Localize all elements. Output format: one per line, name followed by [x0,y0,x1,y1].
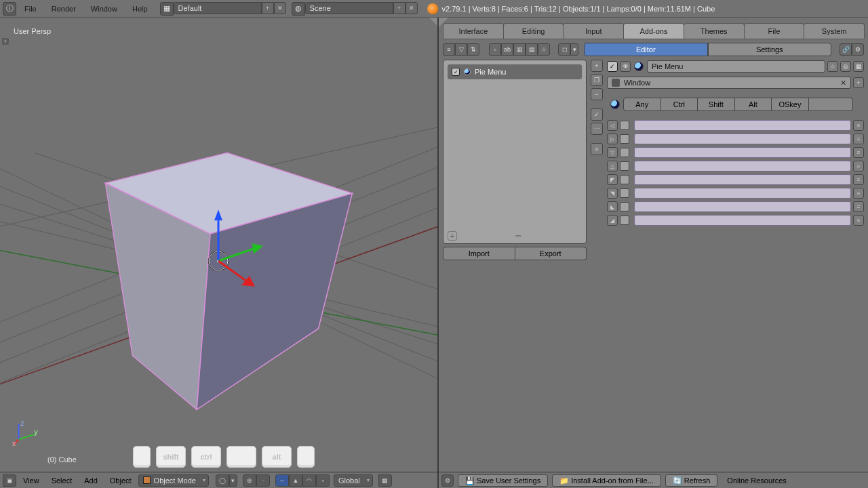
editor-type-icon[interactable]: ⚙ [441,474,454,487]
grip-icon[interactable]: ═ [457,232,582,240]
pivot-icon[interactable]: ⊕ [243,474,256,487]
vp-menu-add[interactable]: Add [79,475,103,486]
view-text-icon[interactable]: ab [501,43,513,56]
filter-icon[interactable]: ▽ [455,43,467,56]
view-grid-icon[interactable]: ▫ [489,43,501,56]
vp-menu-view[interactable]: View [18,475,45,486]
down-arrow-icon[interactable]: ▽ [607,147,618,158]
scene-field[interactable]: Scene [305,2,393,14]
screen-layout-field[interactable]: Default [174,2,262,14]
downleft-arrow-icon[interactable]: ◣ [607,201,618,212]
slot-type[interactable] [620,188,629,198]
link-icon[interactable]: 🔗 [840,43,852,56]
editor-type-icon[interactable]: ⓘ [3,2,16,16]
menu-icon[interactable]: ≡ [853,134,864,144]
online-resources-link[interactable]: Online Resources [722,475,791,486]
slot-field[interactable] [634,174,851,185]
tab-editing[interactable]: Editing [503,23,564,39]
vp-menu-object[interactable]: Object [104,475,137,486]
slot-field[interactable] [634,188,851,199]
add-button[interactable]: + [591,60,603,72]
slot-type[interactable] [620,161,629,171]
refresh-button[interactable]: 🔄Refresh [665,474,718,487]
orientation-select[interactable]: Global▾ [334,474,373,487]
menu-icon[interactable]: ≡ [853,174,864,185]
menu-icon[interactable]: ≡ [853,188,864,199]
grid-icon[interactable]: ▦ [853,61,864,72]
scene-browse-icon[interactable]: ◍ [292,2,305,16]
view-split-icon[interactable]: ▤ [526,43,538,56]
up-arrow-icon[interactable]: △ [607,161,618,171]
install-addon-button[interactable]: 📁Install Add-on from File... [552,474,661,487]
mode-select[interactable]: Object Mode▾ [138,474,209,487]
mod-empty[interactable] [809,98,853,111]
tab-input[interactable]: Input [563,23,624,39]
star-icon[interactable]: ☆ [827,61,838,72]
tab-addons[interactable]: Add-ons [623,23,684,39]
pie-menu-list[interactable]: ✓ Pie Menu + ═ [443,60,587,244]
slot-field[interactable] [634,161,851,171]
menu-icon[interactable]: ≡ [853,215,864,226]
scene-add-button[interactable]: + [393,2,406,14]
enabled-checkbox[interactable]: ✓ [607,61,618,72]
remove-button[interactable]: − [591,88,603,100]
clear-icon[interactable]: ✕ [840,79,846,87]
mode-editor[interactable]: Editor [584,43,708,56]
save-user-settings-button[interactable]: 💾Save User Settings [458,474,548,487]
editor-type-icon[interactable]: ▣ [3,474,16,487]
manipulator-rotate-icon[interactable]: ◠ [302,474,316,487]
tab-themes[interactable]: Themes [684,23,745,39]
export-button[interactable]: Export [515,247,587,260]
view-cols-icon[interactable]: ▥ [513,43,526,56]
upleft-arrow-icon[interactable]: ◤ [607,174,618,185]
tab-file[interactable]: File [744,23,805,39]
pivot-opt-icon[interactable]: · [256,474,270,487]
manipulator-toggle-icon[interactable]: ↔ [275,474,289,487]
manipulator-scale-icon[interactable]: ▫ [316,474,330,487]
menu-name-field[interactable]: Pie Menu [647,60,825,73]
star-icon[interactable]: ☆ [538,43,550,56]
import-button[interactable]: Import [443,247,515,260]
mod-alt[interactable]: Alt [735,98,772,111]
slot-type[interactable] [620,148,629,157]
mod-shift[interactable]: Shift [698,98,735,111]
screen-delete-button[interactable]: ✕ [274,2,286,14]
tab-interface[interactable]: Interface [443,23,504,39]
list-icon[interactable]: ≡ [443,43,455,56]
menu-render[interactable]: Render [45,2,83,16]
mod-ctrl[interactable]: Ctrl [661,98,698,111]
menu-icon[interactable]: ≡ [853,120,864,131]
mod-any[interactable]: Any [623,98,661,111]
slot-type[interactable] [620,175,629,184]
scene-delete-button[interactable]: ✕ [406,2,418,14]
opt-dd-icon[interactable]: ▾ [570,43,578,56]
slot-type[interactable] [620,121,629,130]
upright-arrow-icon[interactable]: ◥ [607,188,618,199]
pie-menu-item[interactable]: ✓ Pie Menu [448,64,582,79]
tab-system[interactable]: System [804,23,865,39]
shading-dd-icon[interactable]: ▾ [229,474,237,487]
context-field[interactable]: Window ✕ [607,77,851,89]
slot-field[interactable] [634,120,851,131]
copy-button[interactable]: ❐ [591,74,603,86]
slot-field[interactable] [634,134,851,144]
slot-type[interactable] [620,134,629,144]
3d-viewport[interactable]: + User Persp [0,18,439,488]
layers-icon[interactable]: ▦ [378,474,392,487]
mod-oskey[interactable]: OSkey [772,98,809,111]
area-split-corner[interactable] [439,18,448,27]
slot-type[interactable] [620,216,629,225]
gear-icon[interactable]: ⚙ [852,43,864,56]
slot-type[interactable] [620,202,629,211]
left-arrow-icon[interactable]: ◁ [607,120,618,131]
shading-solid-icon[interactable]: ◯ [216,474,229,487]
vp-menu-select[interactable]: Select [46,475,78,486]
opt-a-icon[interactable]: ◻ [558,43,570,56]
slot-field[interactable] [634,215,851,226]
add-item-button[interactable]: + [448,231,457,241]
menu-window[interactable]: Window [84,2,124,16]
checkbox-icon[interactable]: ✓ [452,68,460,76]
target-icon[interactable]: ◎ [840,61,851,72]
downright-arrow-icon[interactable]: ◢ [607,215,618,226]
add-context-button[interactable]: + [853,77,864,88]
